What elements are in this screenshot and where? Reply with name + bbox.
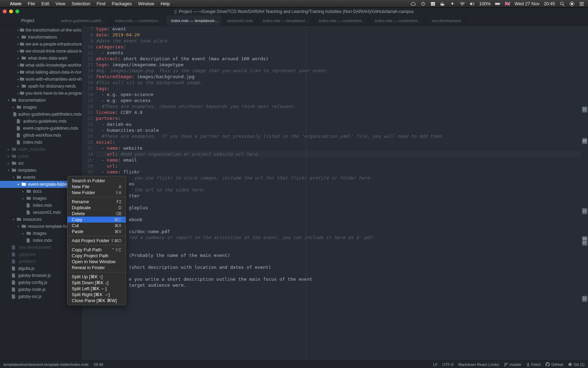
menu-selection[interactable]: Selection [72, 1, 90, 6]
menubar-time[interactable]: 20:45 [544, 1, 555, 6]
code-line[interactable]: e you write a short description outline … [96, 276, 581, 282]
menu-item[interactable]: Split Down [⌘K ↓] [68, 280, 126, 286]
code-line[interactable]: #eg. images/image.png. This is the image… [96, 68, 581, 74]
chevron-icon[interactable]: ▾ [18, 183, 21, 186]
chevron-icon[interactable]: ▾ [8, 169, 11, 172]
code-line[interactable]: logo: images/imagename.imagetype [96, 62, 581, 68]
status-line-ending[interactable]: LF [433, 362, 438, 367]
editor-tab[interactable]: index.mdx — contents/re… [110, 15, 166, 26]
minimap-marker[interactable]: 89 [582, 138, 587, 144]
menu-item[interactable]: Split Right [⌘K →] [68, 292, 126, 298]
chevron-icon[interactable]: ▸ [22, 197, 26, 200]
menu-find[interactable]: Find [97, 1, 105, 6]
chevron-icon[interactable]: ▸ [8, 148, 11, 151]
menu-item[interactable]: RenameF2 [68, 199, 126, 205]
window-minimize-button[interactable] [9, 9, 13, 13]
menu-item[interactable]: Split Left [⌘K ←] [68, 286, 126, 292]
chevron-icon[interactable]: ▸ [8, 155, 11, 158]
menu-item[interactable]: Cut⌘X [68, 223, 126, 229]
code-line[interactable]: abstract: short description of the event… [96, 56, 581, 62]
tree-folder[interactable]: ▾documentation [0, 97, 82, 104]
menu-item[interactable]: Close Pane [⌘K ⌘W] [68, 298, 126, 304]
chevron-icon[interactable]: ▸ [18, 63, 19, 67]
code-line[interactable]: - e.g. open-science [96, 91, 581, 97]
menu-packages[interactable]: Packages [112, 1, 132, 6]
code-line[interactable]: - dariah-eu [96, 121, 581, 127]
editor-tab[interactable]: .env.development [426, 15, 466, 26]
tree-folder[interactable]: ▸we-should-think-more-about-learn [0, 48, 82, 55]
chevron-icon[interactable]: ▾ [13, 176, 16, 179]
editor-tab[interactable]: index.mdx — templates/r… [258, 15, 314, 26]
code-line[interactable]: featuredImage: images/background.jpg [96, 74, 581, 80]
code-line[interactable]: (short description with location and dat… [96, 264, 581, 270]
code-line[interactable]: - name: flickr [96, 169, 581, 175]
menu-item[interactable]: Search in Folder [68, 178, 126, 184]
project-tab[interactable]: Project [0, 15, 56, 26]
editor-tab[interactable]: index.mdx — contents/re… [370, 15, 426, 26]
menu-item[interactable]: Split Up [⌘K ↑] [68, 274, 126, 280]
chevron-icon[interactable]: ▾ [18, 225, 21, 228]
code-line[interactable]: gleplus [96, 205, 581, 211]
code-line[interactable]: - events [96, 50, 581, 56]
menu-item[interactable]: Copy⌘C [68, 217, 126, 223]
minimap[interactable]: 2)892)892)2) [581, 26, 588, 360]
window-zoom-button[interactable] [15, 9, 19, 13]
code-line[interactable]: categories: [96, 44, 581, 50]
editor-tab[interactable]: session01.mdx [222, 15, 258, 26]
code-line[interactable]: cs/doc-name.pdf [96, 229, 581, 234]
code-line[interactable]: partners: [96, 115, 581, 121]
chevron-icon[interactable]: ▸ [18, 56, 21, 60]
code-line[interactable]: #These are examples, choose whichever ke… [96, 103, 581, 109]
code-line[interactable]: #This will sit as the background image. [96, 80, 581, 86]
code-line[interactable] [96, 270, 581, 276]
code-line[interactable]: ted a summary or report on the activitie… [96, 234, 581, 240]
tree-file[interactable]: authors-guidelines.mdx [0, 118, 82, 125]
code-line[interactable]: url: [96, 163, 581, 169]
code-line[interactable]: - name: email [96, 157, 581, 163]
tree-folder[interactable]: ▸you-dont-have-to-be-a-programm [0, 90, 82, 97]
code-line[interactable]: the url to the video here. [96, 187, 581, 193]
editor-tab[interactable]: index.mdx — templates/e… [166, 15, 222, 26]
menu-item[interactable]: Delete⌫ [68, 211, 126, 217]
tree-folder[interactable]: ▸what-skills-knowledge-workforces [0, 62, 82, 69]
dropbox-icon[interactable]: ✦ [450, 1, 455, 7]
wifi-icon[interactable] [460, 1, 465, 7]
code-line[interactable] [96, 240, 581, 246]
chevron-icon[interactable]: ▸ [22, 232, 26, 235]
storage-icon[interactable] [430, 1, 436, 7]
editor-tab[interactable]: author-guidelines-pathfi… [56, 15, 110, 26]
tree-folder[interactable]: ▸work-with-ehumanities-and-eherit [0, 76, 82, 83]
editor[interactable]: 7891011121314151617181920212223242526272… [82, 26, 588, 360]
code-line[interactable]: date: 2019-04-20 [96, 32, 581, 38]
chevron-icon[interactable]: ▾ [13, 218, 16, 221]
chevron-icon[interactable]: ▸ [18, 35, 21, 39]
code-line[interactable]: ebook [96, 217, 581, 223]
menu-item[interactable]: New FileA [68, 184, 126, 190]
code-line[interactable] [96, 211, 581, 217]
editor-tab[interactable]: index.mdx — contents/re… [314, 15, 370, 26]
status-github[interactable]: GitHub [546, 362, 563, 367]
code-line[interactable]: type: event [96, 26, 581, 32]
chevron-icon[interactable]: ▸ [13, 105, 16, 109]
battery-icon[interactable] [495, 1, 500, 7]
tree-folder[interactable]: ▸src [0, 160, 82, 167]
menu-item[interactable]: Open in New Window [68, 259, 126, 265]
code-line[interactable]: url: #add your organisation or project w… [96, 151, 581, 157]
code-line[interactable]: target audience were. [96, 282, 581, 288]
tree-folder[interactable]: ▸transformations [0, 34, 82, 41]
volume-icon[interactable] [469, 1, 475, 7]
tree-folder[interactable]: ▸what-talking-about-data-in-huma [0, 69, 82, 76]
tree-folder[interactable]: ▸node_modules [0, 146, 82, 153]
chevron-icon[interactable]: ▸ [8, 162, 11, 165]
tree-file[interactable]: index.mdx [0, 139, 82, 146]
docker-icon[interactable] [440, 1, 446, 7]
status-git[interactable]: Git (1) [568, 362, 584, 367]
menu-item[interactable]: DuplicateD [68, 205, 126, 211]
notifications-icon[interactable] [579, 1, 584, 7]
code-area[interactable]: ‹ type: eventdate: 2019-04-20#date the e… [96, 26, 581, 360]
status-path[interactable]: templates/events/event-template-folder/i… [4, 362, 89, 367]
menu-item[interactable]: New Folder⇧A [68, 190, 126, 196]
tree-folder[interactable]: ▾templates [0, 167, 82, 174]
spotlight-icon[interactable] [559, 1, 565, 7]
code-line[interactable]: you use flickr to store images, include … [96, 175, 581, 181]
